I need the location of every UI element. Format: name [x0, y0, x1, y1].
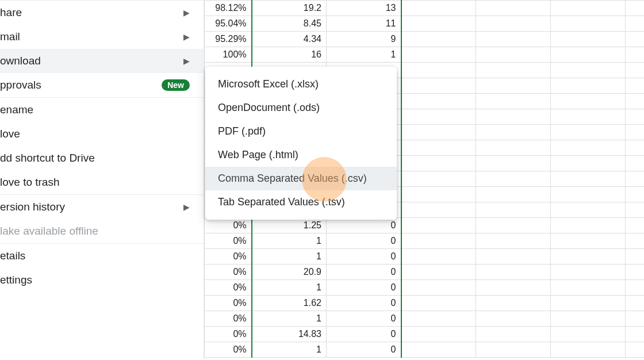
- cell[interactable]: [551, 296, 626, 311]
- menu-version-history[interactable]: ersion history ▶: [0, 195, 204, 219]
- cell[interactable]: [626, 156, 645, 171]
- cell[interactable]: 0%: [205, 249, 252, 265]
- cell[interactable]: 0: [327, 265, 401, 280]
- cell[interactable]: [626, 47, 645, 63]
- cell[interactable]: 1.25: [252, 218, 327, 233]
- cell[interactable]: 0%: [205, 218, 252, 233]
- cell[interactable]: 4.34: [252, 32, 327, 47]
- cell[interactable]: [551, 218, 626, 233]
- download-pdf[interactable]: PDF (.pdf): [205, 120, 397, 143]
- menu-email[interactable]: mail ▶: [0, 25, 204, 49]
- cell[interactable]: 1: [327, 47, 401, 63]
- table-row[interactable]: 0%14.830: [205, 327, 645, 342]
- cell[interactable]: 20.9: [252, 265, 327, 280]
- cell[interactable]: [476, 32, 551, 47]
- table-row[interactable]: 95.04%8.4511: [205, 16, 645, 32]
- cell[interactable]: 9: [327, 32, 401, 47]
- cell[interactable]: [401, 296, 476, 311]
- cell[interactable]: [551, 249, 626, 265]
- cell[interactable]: [401, 327, 476, 342]
- cell[interactable]: [476, 311, 551, 327]
- download-xlsx[interactable]: Microsoft Excel (.xlsx): [205, 72, 397, 96]
- cell[interactable]: 1.62: [252, 296, 327, 311]
- menu-add-shortcut[interactable]: dd shortcut to Drive: [0, 146, 204, 170]
- cell[interactable]: [551, 78, 626, 94]
- cell[interactable]: 0%: [205, 265, 252, 280]
- cell[interactable]: 1: [252, 280, 327, 296]
- table-row[interactable]: 95.29%4.349: [205, 32, 645, 47]
- cell[interactable]: [551, 16, 626, 32]
- cell[interactable]: 16: [252, 47, 327, 63]
- menu-rename[interactable]: ename: [0, 98, 204, 122]
- cell[interactable]: [401, 16, 476, 32]
- cell[interactable]: [626, 16, 645, 32]
- cell[interactable]: [401, 94, 476, 109]
- cell[interactable]: [626, 311, 645, 327]
- table-row[interactable]: 0%10: [205, 249, 645, 265]
- cell[interactable]: 1: [252, 249, 327, 265]
- menu-move[interactable]: love: [0, 122, 204, 146]
- cell[interactable]: [476, 1, 551, 16]
- cell[interactable]: [626, 94, 645, 109]
- cell[interactable]: [476, 156, 551, 171]
- menu-settings[interactable]: ettings: [0, 268, 204, 292]
- table-row[interactable]: 0%10: [205, 280, 645, 296]
- cell[interactable]: 0: [327, 218, 401, 233]
- cell[interactable]: [476, 296, 551, 311]
- menu-share[interactable]: hare ▶: [0, 1, 204, 25]
- cell[interactable]: [551, 342, 626, 358]
- cell[interactable]: 0: [327, 249, 401, 265]
- cell[interactable]: [551, 187, 626, 202]
- cell[interactable]: [401, 140, 476, 156]
- cell[interactable]: 1: [252, 311, 327, 327]
- cell[interactable]: [476, 78, 551, 94]
- table-row[interactable]: 0%10: [205, 311, 645, 327]
- cell[interactable]: 0%: [205, 233, 252, 249]
- table-row[interactable]: 0%20.90: [205, 265, 645, 280]
- cell[interactable]: [401, 249, 476, 265]
- cell[interactable]: 0%: [205, 311, 252, 327]
- cell[interactable]: 0%: [205, 296, 252, 311]
- cell[interactable]: 0%: [205, 280, 252, 296]
- cell[interactable]: 13: [327, 1, 401, 16]
- cell[interactable]: [626, 202, 645, 218]
- cell[interactable]: 95.04%: [205, 16, 252, 32]
- cell[interactable]: [626, 125, 645, 140]
- cell[interactable]: [551, 109, 626, 125]
- table-row[interactable]: 0%10: [205, 342, 645, 358]
- cell[interactable]: [551, 140, 626, 156]
- cell[interactable]: [476, 109, 551, 125]
- menu-approvals[interactable]: pprovals New: [0, 73, 204, 97]
- cell[interactable]: [476, 140, 551, 156]
- download-tsv[interactable]: Tab Separated Values (.tsv): [205, 190, 397, 214]
- cell[interactable]: [551, 202, 626, 218]
- cell[interactable]: [476, 265, 551, 280]
- cell[interactable]: 8.45: [252, 16, 327, 32]
- cell[interactable]: [401, 32, 476, 47]
- cell[interactable]: [401, 109, 476, 125]
- download-csv[interactable]: Comma Separated Values (.csv): [205, 167, 397, 190]
- table-row[interactable]: 100%161: [205, 47, 645, 63]
- cell[interactable]: [476, 202, 551, 218]
- cell[interactable]: [476, 16, 551, 32]
- cell[interactable]: [476, 280, 551, 296]
- cell[interactable]: [551, 32, 626, 47]
- cell[interactable]: [476, 125, 551, 140]
- cell[interactable]: 19.2: [252, 1, 327, 16]
- cell[interactable]: [476, 94, 551, 109]
- cell[interactable]: [401, 233, 476, 249]
- cell[interactable]: [401, 125, 476, 140]
- cell[interactable]: 11: [327, 16, 401, 32]
- cell[interactable]: [626, 249, 645, 265]
- cell[interactable]: 0: [327, 327, 401, 342]
- cell[interactable]: [401, 156, 476, 171]
- cell[interactable]: 98.12%: [205, 1, 252, 16]
- cell[interactable]: 95.29%: [205, 32, 252, 47]
- cell[interactable]: [476, 249, 551, 265]
- cell[interactable]: [401, 187, 476, 202]
- cell[interactable]: [401, 311, 476, 327]
- cell[interactable]: [626, 78, 645, 94]
- cell[interactable]: [551, 327, 626, 342]
- cell[interactable]: 14.83: [252, 327, 327, 342]
- cell[interactable]: [626, 63, 645, 78]
